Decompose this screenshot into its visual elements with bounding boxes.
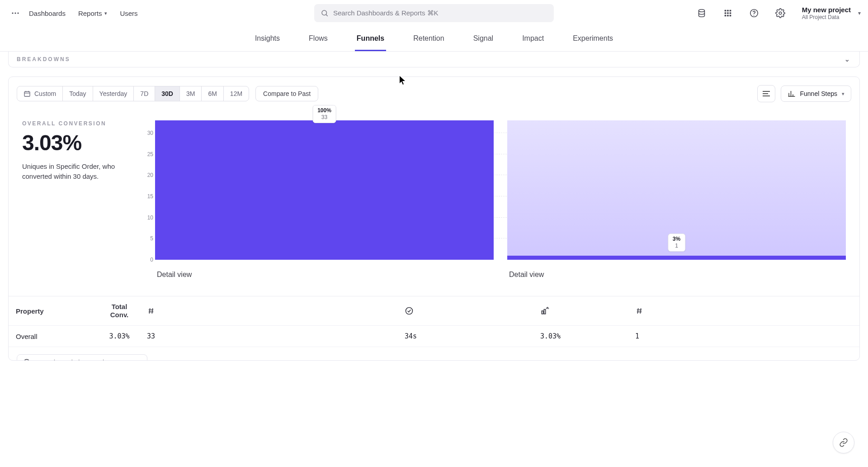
apps-icon[interactable] [720,5,736,21]
svg-rect-34 [542,311,543,314]
date-range-segmented: Custom Today Yesterday 7D 30D 3M 6M 12M [17,86,249,101]
summary-value: 3.03% [22,130,131,155]
date-6m[interactable]: 6M [202,86,223,101]
tab-retention[interactable]: Retention [411,34,446,51]
compare-button[interactable]: Compare to Past [255,86,318,101]
svg-rect-14 [729,15,731,17]
hash-icon [635,307,643,315]
chevron-down-icon: ⌄ [844,56,851,63]
sparkle-icon [23,358,31,361]
chart-type-button[interactable] [757,85,775,102]
conversion-icon: % [540,306,549,315]
date-today[interactable]: Today [63,86,93,101]
funnel-table: Property Total Conv. % [9,296,859,347]
right-controls: Funnel Steps ▾ [757,85,852,102]
svg-rect-35 [544,310,545,314]
list-icon [762,90,771,97]
data-icon[interactable] [693,5,710,21]
date-12m[interactable]: 12M [224,86,249,101]
tab-flows[interactable]: Flows [307,34,330,51]
nav-reports-label: Reports [78,10,102,17]
date-30d[interactable]: 30D [155,86,180,101]
nav-reports[interactable]: Reports ▾ [78,10,108,17]
tab-experiments[interactable]: Experiments [571,34,615,51]
upgrade-banner: Upgrade to Find Interesting Segments Rec… [9,347,859,361]
tab-signal[interactable]: Signal [472,34,495,51]
y-axis: 0 5 10 15 20 25 30 [140,120,153,260]
bar-count: 33 [317,114,331,121]
svg-line-4 [326,14,327,16]
svg-rect-11 [729,12,731,14]
summary-label: OVERALL CONVERSION [22,120,131,127]
search-placeholder: Search Dashboards & Reports ⌘K [333,9,439,17]
search-input[interactable]: Search Dashboards & Reports ⌘K [314,4,554,22]
th-step2-conv[interactable]: % [533,296,628,326]
settings-icon[interactable] [772,5,788,21]
svg-point-41 [24,359,30,361]
controls-row: Custom Today Yesterday 7D 30D 3M 6M 12M … [9,77,859,102]
date-7d[interactable]: 7D [134,86,155,101]
th-step1-count[interactable] [140,296,397,326]
upgrade-chip[interactable]: Upgrade to Find Interesting Segments [17,354,147,361]
cell-step1-count: 33 [140,326,397,347]
menu-icon[interactable] [7,5,24,21]
date-3m[interactable]: 3M [180,86,202,101]
bar-step-1[interactable]: 100% 33 [155,120,494,260]
svg-line-39 [637,308,638,314]
nav-users[interactable]: Users [120,10,137,17]
chevron-down-icon: ▾ [855,10,861,16]
svg-text:%: % [547,307,549,310]
plot: 0 5 10 15 20 25 30 100% [140,120,846,288]
tab-impact[interactable]: Impact [520,34,546,51]
cell-step2-conv: 3.03% [533,326,628,347]
svg-rect-12 [724,15,726,17]
project-switcher[interactable]: My new project All Project Data ▾ [802,6,861,20]
svg-point-33 [406,308,413,315]
breakdowns-card: BREAKDOWNS ⌄ [8,52,860,67]
tab-funnels[interactable]: Funnels [355,34,386,51]
cell-avg-time: 34s [397,326,533,347]
y-tick: 0 [150,257,153,263]
nav-dashboards[interactable]: Dashboards [29,10,66,17]
project-name: My new project [802,6,851,14]
th-total-conv[interactable]: Total Conv. [99,296,140,326]
search-wrap: Search Dashboards & Reports ⌘K [314,4,554,22]
th-avg-time[interactable] [397,296,533,326]
bar-pct: 100% [317,107,331,114]
chevron-down-icon: ▾ [104,10,107,16]
y-tick: 25 [147,151,153,157]
project-sub: All Project Data [802,14,851,20]
date-yesterday[interactable]: Yesterday [93,86,134,101]
search-icon [321,9,329,17]
top-right: My new project All Project Data ▾ [693,5,861,21]
chart-area: OVERALL CONVERSION 3.03% Uniques in Spec… [9,102,859,292]
svg-line-40 [640,308,641,314]
svg-point-0 [12,12,13,14]
svg-point-3 [322,10,327,15]
svg-rect-13 [727,15,729,17]
table-row[interactable]: Overall 3.03% 33 34s 3.03% 1 [9,326,859,347]
th-property[interactable]: Property [9,296,99,326]
funnel-steps-button[interactable]: Funnel Steps ▾ [781,86,852,102]
y-tick: 20 [147,172,153,178]
chevron-down-icon: ▾ [842,91,844,97]
copy-link-button[interactable] [833,432,854,453]
x-label: Detail view [155,271,494,279]
svg-rect-6 [724,10,726,12]
help-icon[interactable] [746,5,762,21]
bar-step-2[interactable]: 3% 1 [507,120,846,260]
tab-insights[interactable]: Insights [253,34,282,51]
breakdowns-toggle[interactable]: BREAKDOWNS ⌄ [9,52,859,67]
cell-total-conv: 3.03% [99,326,140,347]
top-nav: Dashboards Reports ▾ Users [29,10,138,17]
subnav: Insights Flows Funnels Retention Signal … [0,26,868,52]
svg-rect-7 [727,10,729,12]
svg-rect-8 [729,10,731,12]
svg-rect-9 [724,12,726,14]
cell-step2-count: 1 [628,326,859,347]
y-tick: 5 [150,235,153,242]
svg-rect-10 [727,12,729,14]
y-tick: 10 [147,214,153,221]
date-custom[interactable]: Custom [17,86,63,101]
th-step2-count[interactable] [628,296,859,326]
